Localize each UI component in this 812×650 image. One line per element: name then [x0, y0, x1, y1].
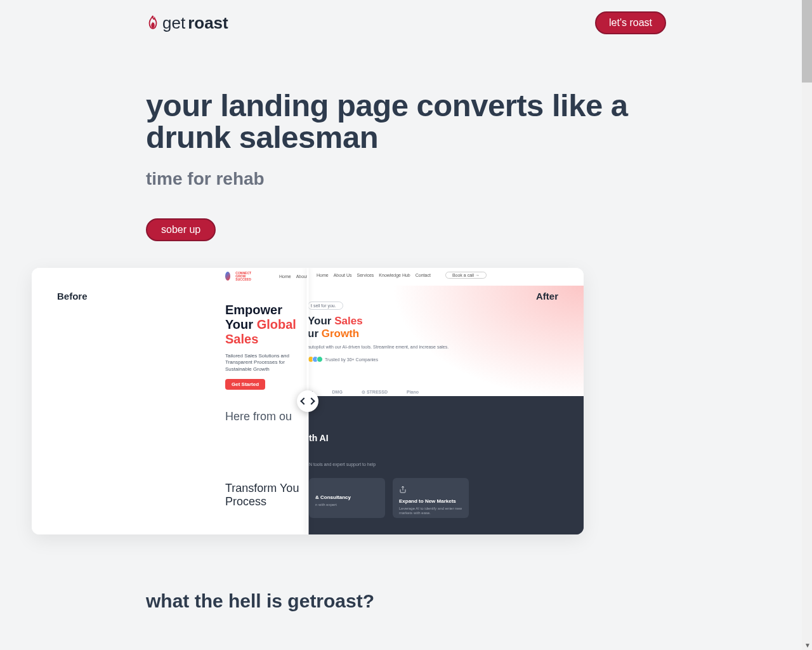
- before-desc: Tailored Sales Solutions and Transparent…: [225, 353, 308, 373]
- avatar-icon: [317, 356, 323, 362]
- header-cta-button[interactable]: let's roast: [595, 11, 666, 34]
- card2-desc: Leverage AI to identify and enter new ma…: [399, 507, 462, 515]
- before-mid-text: Here from ou: [225, 410, 292, 423]
- before-mini-logo-icon: [225, 272, 230, 281]
- trusted-by: Trusted by 30+ Companies: [308, 356, 449, 362]
- card-expand: Expand to New Markets Leverage AI to ide…: [393, 478, 469, 518]
- after-pill: t sell for you.: [308, 302, 343, 310]
- card-consultancy: & Consultancy n with expert: [309, 478, 385, 518]
- before-logo-text: CONNECT GROW SUCCEED: [235, 272, 261, 281]
- client-logos: ng DMG ⊙STRESSD Piano: [308, 390, 584, 395]
- flame-icon: [146, 15, 160, 31]
- card1-desc: n with expert: [315, 503, 379, 507]
- card1-title: & Consultancy: [315, 494, 379, 500]
- logo-text-light: get: [162, 13, 185, 33]
- after-nav-knowledge: Knowledge Hub: [379, 273, 410, 277]
- before-label: Before: [57, 291, 88, 302]
- dark-desc: N tools and expert support to help: [309, 462, 584, 467]
- before-nav-home: Home: [279, 274, 291, 279]
- after-nav-services: Services: [357, 273, 374, 277]
- site-header: getroast let's roast: [146, 0, 666, 46]
- card2-title: Expand to New Markets: [399, 498, 462, 504]
- scroll-down-icon[interactable]: ▼: [804, 642, 811, 649]
- before-panel: CONNECT GROW SUCCEED Home About Empower …: [32, 268, 308, 534]
- about-section: what the hell is getroast?: [146, 590, 666, 612]
- before-content: Empower Your Global Sales Tailored Sales…: [225, 303, 308, 390]
- dark-heading: th AI: [309, 433, 584, 443]
- after-headline: Your Sales ur Growth: [308, 315, 449, 340]
- after-nav: Home About Us Services Knowledge Hub Con…: [317, 272, 487, 279]
- before-get-started-button: Get Started: [225, 379, 265, 390]
- logo-3: ⊙STRESSD: [362, 390, 388, 395]
- before-nav: CONNECT GROW SUCCEED Home About: [225, 272, 308, 281]
- logo-4: Piano: [407, 390, 419, 395]
- before-headline: Empower Your Global Sales: [225, 303, 308, 347]
- after-nav-home: Home: [317, 273, 329, 277]
- before-bottom-text: Transform You Process: [225, 482, 299, 509]
- avatar-stack: [308, 356, 323, 362]
- logo[interactable]: getroast: [146, 13, 228, 33]
- book-call-button: Book a call →: [445, 272, 487, 279]
- share-icon: [399, 486, 407, 493]
- after-nav-about: About Us: [334, 273, 352, 277]
- sober-up-button[interactable]: sober up: [146, 218, 216, 241]
- section2-title: what the hell is getroast?: [146, 590, 666, 612]
- scrollbar-thumb[interactable]: [802, 0, 812, 83]
- logo-2: DMG: [332, 390, 343, 395]
- hero-title: your landing page converts like a drunk …: [146, 90, 666, 154]
- before-after-comparison: Before After CONNECT GROW SUCCEED Home A…: [32, 268, 584, 534]
- after-label: After: [536, 291, 558, 302]
- scrollbar[interactable]: ▼: [802, 0, 812, 650]
- after-dark-section: th AI N tools and expert support to help…: [308, 404, 584, 534]
- hero-subtitle: time for rehab: [146, 169, 666, 189]
- cards-row: & Consultancy n with expert Expand to Ne…: [309, 478, 584, 518]
- comparison-slider-handle[interactable]: [297, 390, 318, 412]
- after-desc: autopilot with our AI-driven tools. Stre…: [308, 344, 449, 350]
- hero-section: your landing page converts like a drunk …: [146, 46, 666, 241]
- after-panel: Home About Us Services Knowledge Hub Con…: [308, 268, 584, 534]
- before-nav-about: About: [296, 274, 308, 279]
- logo-text-bold: roast: [188, 13, 228, 33]
- after-content: t sell for you. Your Sales ur Growth aut…: [308, 298, 449, 362]
- after-nav-contact: Contact: [416, 273, 431, 277]
